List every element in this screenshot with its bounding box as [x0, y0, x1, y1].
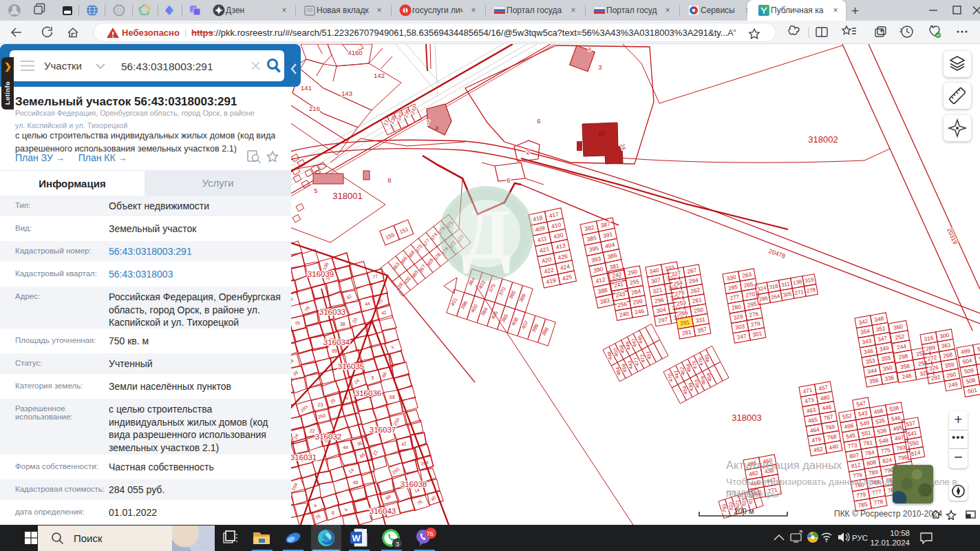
svg-text:6: 6: [537, 117, 540, 125]
svg-text:316036: 316036: [355, 389, 381, 397]
svg-text:5: 5: [372, 375, 374, 380]
svg-text:505: 505: [977, 345, 980, 353]
svg-text:20: 20: [598, 130, 605, 137]
svg-text:A: A: [727, 28, 734, 38]
svg-text:458: 458: [705, 373, 713, 382]
svg-text:56:43:0318003:291: 56:43:0318003:291: [121, 61, 213, 72]
svg-text:38: 38: [340, 322, 345, 326]
svg-text:451: 451: [645, 351, 652, 360]
svg-text:44: 44: [343, 445, 348, 450]
svg-text:W: W: [352, 533, 361, 543]
svg-text:316033: 316033: [319, 308, 345, 316]
svg-text:6: 6: [332, 510, 334, 515]
svg-text:5: 5: [314, 187, 317, 194]
svg-text:216: 216: [309, 105, 320, 112]
svg-text:76: 76: [427, 530, 434, 537]
svg-text:316037: 316037: [370, 426, 396, 434]
svg-text:3: 3: [598, 63, 601, 71]
svg-text:445: 445: [637, 335, 644, 344]
svg-text:68: 68: [390, 395, 395, 399]
svg-text:316035: 316035: [338, 362, 364, 371]
svg-text:2: 2: [526, 148, 529, 156]
svg-text:6: 6: [507, 176, 510, 184]
svg-text:316031: 316031: [290, 453, 317, 461]
svg-text:316032: 316032: [315, 433, 341, 441]
svg-text:69: 69: [332, 349, 337, 353]
svg-text:316038: 316038: [401, 480, 427, 488]
svg-text:8: 8: [588, 47, 591, 52]
svg-text:7: 7: [426, 118, 429, 126]
svg-text:142: 142: [374, 72, 385, 79]
svg-text:318002: 318002: [808, 134, 838, 145]
svg-text:318001: 318001: [332, 191, 362, 201]
svg-text:316039: 316039: [308, 270, 334, 278]
svg-text:316043: 316043: [370, 507, 396, 515]
svg-text:316034: 316034: [323, 338, 350, 346]
svg-text:141: 141: [301, 84, 312, 92]
svg-text:22: 22: [310, 428, 315, 433]
svg-text:481: 481: [703, 353, 711, 363]
svg-text:318003: 318003: [732, 413, 761, 423]
svg-text:8: 8: [387, 176, 391, 184]
svg-text:4160: 4160: [348, 49, 362, 56]
svg-text:3: 3: [396, 540, 399, 548]
svg-text:23: 23: [318, 402, 323, 407]
svg-text:Участки: Участки: [44, 60, 82, 72]
svg-text:143: 143: [341, 90, 352, 97]
svg-text:46: 46: [353, 480, 359, 485]
svg-text:Д: Д: [462, 194, 511, 273]
